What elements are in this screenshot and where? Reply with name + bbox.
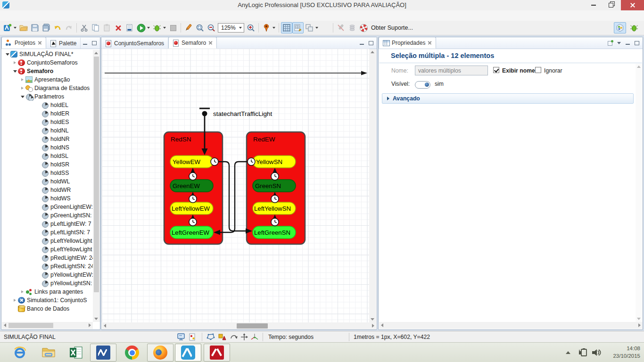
- twisty-icon[interactable]: [20, 77, 25, 82]
- twisty-icon[interactable]: [36, 230, 41, 235]
- spin-tool-button[interactable]: [261, 22, 272, 33]
- minimize-panel-icon[interactable]: [83, 41, 88, 45]
- save-button[interactable]: [29, 22, 41, 33]
- tree-item[interactable]: holdSL: [2, 152, 93, 160]
- twisty-icon[interactable]: [12, 306, 17, 312]
- save-all-button[interactable]: [41, 22, 52, 33]
- close-tab-icon[interactable]: [428, 41, 432, 45]
- taskbar-anylogic[interactable]: [175, 344, 201, 362]
- debug-dropdown-icon[interactable]: [163, 27, 166, 29]
- twisty-icon[interactable]: [20, 94, 25, 99]
- tree-item[interactable]: Diagrama de Estados: [2, 84, 93, 92]
- ignore-checkbox[interactable]: [535, 67, 541, 73]
- taskbar-firefox[interactable]: [147, 344, 173, 362]
- tree-item[interactable]: pLeftLightSN: 7: [2, 228, 93, 237]
- tree-item[interactable]: SIMULAÇÃO FINAL*: [2, 50, 93, 58]
- tree-item[interactable]: pLeftYellowLight: [2, 245, 93, 254]
- twisty-icon[interactable]: [5, 52, 10, 57]
- twisty-icon[interactable]: [36, 222, 41, 227]
- menu-item[interactable]: [39, 14, 48, 17]
- delete-button[interactable]: [113, 22, 124, 33]
- properties-horizontal-scrollbar[interactable]: [379, 322, 643, 329]
- visible-toggle[interactable]: [415, 81, 430, 89]
- twisty-icon[interactable]: [12, 69, 17, 74]
- tree-item[interactable]: holdNR: [2, 135, 93, 143]
- canvas-horizontal-scrollbar[interactable]: [102, 322, 376, 329]
- tree-item[interactable]: Semaforo: [2, 67, 93, 75]
- minimize-panel-icon[interactable]: [625, 41, 631, 45]
- menu-item[interactable]: [48, 14, 58, 17]
- name-input[interactable]: valores múltiplos: [415, 66, 488, 75]
- twisty-icon[interactable]: [36, 272, 41, 278]
- twisty-icon[interactable]: [20, 86, 25, 91]
- maximize-panel-icon[interactable]: [634, 41, 640, 45]
- pen-tool-button[interactable]: [183, 22, 194, 33]
- new-model-dropdown-icon[interactable]: [14, 27, 17, 29]
- close-tab-icon[interactable]: [38, 41, 42, 45]
- twisty-icon[interactable]: [36, 128, 41, 133]
- tree-item[interactable]: holdNL: [2, 126, 93, 135]
- new-model-button[interactable]: [2, 22, 13, 33]
- shapes-icon[interactable]: [218, 331, 226, 343]
- tree-item[interactable]: pGreenLightSN: 8: [2, 211, 93, 220]
- tray-clock[interactable]: 14:08 23/10/2015: [605, 345, 640, 360]
- tree-item[interactable]: pLeftYellowLight: [2, 237, 93, 245]
- menu-item[interactable]: [29, 14, 39, 17]
- zoom-in-button[interactable]: [245, 22, 256, 33]
- twisty-icon[interactable]: [36, 255, 41, 261]
- canvas-vertical-scrollbar[interactable]: [369, 49, 376, 322]
- twisty-icon[interactable]: [36, 196, 41, 201]
- model-doc-icon[interactable]: [189, 331, 196, 343]
- tree-item[interactable]: pRedLightSN: 24: [2, 262, 93, 271]
- tree-item[interactable]: pYellowLightSN:: [2, 279, 93, 288]
- taskbar-chrome[interactable]: [119, 344, 145, 362]
- twisty-icon[interactable]: [36, 145, 41, 150]
- twisty-icon[interactable]: [36, 154, 41, 159]
- minimize-button[interactable]: [586, 0, 601, 10]
- redo-button[interactable]: [63, 22, 74, 33]
- tree-item[interactable]: holdSR: [2, 160, 93, 169]
- zoom-reset-button[interactable]: [206, 22, 217, 33]
- zoom-area-button[interactable]: [194, 22, 206, 33]
- run-dropdown-icon[interactable]: [147, 27, 150, 29]
- tree-item[interactable]: ConjuntoSemaforos: [2, 58, 93, 67]
- run-button[interactable]: [135, 22, 147, 33]
- close-tab-icon[interactable]: [208, 41, 213, 45]
- build-button[interactable]: [124, 22, 135, 33]
- properties-vertical-scrollbar[interactable]: [636, 64, 643, 322]
- cut-button[interactable]: [79, 22, 90, 33]
- tab-palette[interactable]: Palette: [46, 38, 81, 49]
- twisty-icon[interactable]: [36, 120, 41, 125]
- tab-semaforo[interactable]: Semaforo: [168, 37, 217, 49]
- tree-item[interactable]: Banco de Dados: [2, 304, 93, 313]
- toggle-grid-button[interactable]: [281, 22, 292, 33]
- debug-button[interactable]: [151, 22, 163, 33]
- group-button[interactable]: [304, 22, 315, 33]
- tab-propriedades[interactable]: Propriedades: [379, 37, 436, 49]
- maximize-panel-icon[interactable]: [91, 41, 97, 45]
- zoom-dropdown-icon[interactable]: [239, 27, 242, 29]
- debug-perspective-button[interactable]: [628, 22, 640, 33]
- zoom-level-select[interactable]: 125%: [218, 23, 244, 33]
- support-label[interactable]: Obter Suporte...: [371, 25, 413, 31]
- snap-to-grid-button[interactable]: [292, 22, 304, 33]
- no-draw-button[interactable]: [335, 22, 347, 33]
- tree-item[interactable]: Parâmetros: [2, 92, 93, 101]
- taskbar-file-explorer[interactable]: [35, 344, 62, 362]
- restore-button[interactable]: [603, 0, 619, 10]
- tree-item[interactable]: holdER: [2, 109, 93, 118]
- rotate-icon[interactable]: [230, 331, 238, 343]
- tab-conjuntosemaforos[interactable]: ConjuntoSemaforos: [101, 38, 168, 49]
- tree-item[interactable]: pYellowLightEW:: [2, 271, 93, 279]
- undo-button[interactable]: [52, 22, 63, 33]
- twisty-icon[interactable]: [36, 103, 41, 108]
- taskbar-adobe-reader[interactable]: [204, 344, 230, 362]
- twisty-icon[interactable]: [12, 298, 17, 303]
- tree-item[interactable]: holdNS: [2, 143, 93, 152]
- twisty-icon[interactable]: [36, 111, 41, 116]
- paste-button[interactable]: [101, 22, 113, 33]
- view-menu-icon[interactable]: [616, 41, 622, 45]
- tree-item[interactable]: pRedLightEW: 24: [2, 254, 93, 262]
- statechart-name-label[interactable]: statechartTrafficLight: [213, 110, 272, 117]
- twisty-icon[interactable]: [36, 179, 41, 184]
